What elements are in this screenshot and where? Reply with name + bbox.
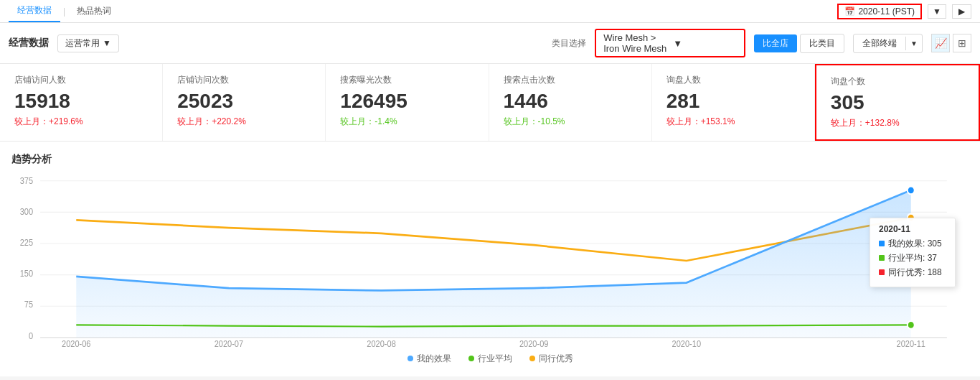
top-nav: 经营数据 | 热品热词 📅 2020-11 (PST) ▼ ▶ xyxy=(0,0,980,23)
date-selector-label: 2020-11 (PST) xyxy=(858,6,915,17)
metric-card-1: 店铺访问次数 25023 较上月：+220.2% xyxy=(163,64,326,141)
chart-tooltip: 2020-11 我的效果: 305 行业平均: 37 同行优秀: 188 xyxy=(870,218,956,287)
legend-dot-peer xyxy=(529,356,535,361)
metric-card-5: 询盘个数 305 较上月：+132.8% xyxy=(815,64,980,141)
category-selector[interactable]: Wire Mesh > Iron Wire Mesh ▼ xyxy=(595,29,745,57)
compare-category-btn[interactable]: 比类目 xyxy=(800,34,844,53)
trend-chart: 375 300 225 150 75 0 2020-06 2020-07 202… xyxy=(11,175,969,347)
date-dropdown-arrow[interactable]: ▼ xyxy=(928,4,946,19)
legend-label-1: 行业平均 xyxy=(478,353,512,365)
nav-item-repinreci[interactable]: 热品热词 xyxy=(68,0,120,22)
line-chart-view-icon[interactable]: 📈 xyxy=(931,34,950,52)
metric-value-4: 281 xyxy=(666,91,800,113)
tooltip-label-1: 行业平均: 37 xyxy=(888,252,937,264)
metric-change-4: 较上月：+153.1% xyxy=(666,116,800,128)
metric-change-5: 较上月：+132.8% xyxy=(831,117,964,129)
metric-label-5: 询盘个数 xyxy=(831,75,964,88)
svg-text:2020-06: 2020-06 xyxy=(62,339,90,346)
tooltip-dot-myeffect xyxy=(879,241,885,246)
svg-text:75: 75 xyxy=(24,300,33,309)
section-title: 经营数据 xyxy=(9,37,49,50)
nav-expand-btn[interactable]: ▶ xyxy=(952,4,971,19)
category-dropdown-icon: ▼ xyxy=(673,38,737,49)
dropdown-arrow-icon: ▼ xyxy=(103,38,111,48)
svg-text:0: 0 xyxy=(29,331,33,340)
tooltip-date: 2020-11 xyxy=(879,224,946,234)
view-icons: 📈 ⊞ xyxy=(931,34,971,52)
tooltip-row-2: 同行优秀: 188 xyxy=(879,267,946,279)
tooltip-row-0: 我的效果: 305 xyxy=(879,238,946,250)
chart-section: 趋势分析 375 300 225 150 75 0 2020-06 2020-0… xyxy=(0,142,980,376)
legend-item-0: 我的效果 xyxy=(407,353,451,365)
legend-dot-industry xyxy=(468,356,474,361)
tooltip-label-2: 同行优秀: 188 xyxy=(888,267,942,279)
legend-label-0: 我的效果 xyxy=(417,353,451,365)
operation-dropdown[interactable]: 运营常用 ▼ xyxy=(57,34,119,52)
chart-legend: 我的效果 行业平均 同行优秀 xyxy=(11,353,969,365)
tooltip-dot-peer xyxy=(879,269,885,275)
svg-text:225: 225 xyxy=(20,238,33,247)
main-header: 经营数据 运营常用 ▼ 类目选择 Wire Mesh > Iron Wire M… xyxy=(0,23,980,64)
metric-label-3: 搜索点击次数 xyxy=(504,74,637,86)
svg-text:2020-08: 2020-08 xyxy=(367,339,395,346)
metric-value-0: 15918 xyxy=(14,91,148,113)
top-nav-right: 📅 2020-11 (PST) ▼ ▶ xyxy=(837,4,971,19)
svg-text:375: 375 xyxy=(20,176,33,185)
svg-point-19 xyxy=(908,186,915,194)
terminal-selector[interactable]: 全部终端 ▼ xyxy=(853,34,923,53)
legend-item-2: 同行优秀 xyxy=(529,353,573,365)
nav-item-jingying[interactable]: 经营数据 xyxy=(9,0,60,22)
metric-card-4: 询盘人数 281 较上月：+153.1% xyxy=(652,64,815,141)
metric-label-1: 店铺访问次数 xyxy=(177,74,311,86)
legend-dot-myeffect xyxy=(407,356,413,361)
metric-change-2: 较上月：-1.4% xyxy=(340,116,473,128)
metric-change-3: 较上月：-10.5% xyxy=(504,116,637,128)
svg-text:2020-09: 2020-09 xyxy=(519,339,548,346)
metric-value-3: 1446 xyxy=(504,91,637,113)
compare-all-btn[interactable]: 比全店 xyxy=(754,34,797,52)
category-value: Wire Mesh > Iron Wire Mesh xyxy=(603,32,667,54)
metric-label-0: 店铺访问人数 xyxy=(14,74,148,86)
svg-text:2020-11: 2020-11 xyxy=(897,339,925,346)
terminal-arrow-icon: ▼ xyxy=(905,37,922,50)
metric-label-4: 询盘人数 xyxy=(666,74,800,86)
calendar-icon: 📅 xyxy=(844,6,855,17)
compare-btn-group: 比全店 比类目 xyxy=(754,34,844,53)
tooltip-row-1: 行业平均: 37 xyxy=(879,252,946,264)
svg-text:2020-10: 2020-10 xyxy=(672,339,701,346)
metric-change-1: 较上月：+220.2% xyxy=(177,116,311,128)
svg-point-20 xyxy=(908,321,915,329)
legend-label-2: 同行优秀 xyxy=(539,353,573,365)
metric-change-0: 较上月：+219.6% xyxy=(14,116,148,128)
chart-container: 375 300 225 150 75 0 2020-06 2020-07 202… xyxy=(11,175,969,347)
category-label: 类目选择 xyxy=(552,37,586,50)
table-view-icon[interactable]: ⊞ xyxy=(953,34,971,52)
svg-text:150: 150 xyxy=(20,269,33,277)
tooltip-label-0: 我的效果: 305 xyxy=(888,238,942,250)
chart-title: 趋势分析 xyxy=(11,153,969,166)
metric-value-5: 305 xyxy=(831,92,964,114)
legend-item-1: 行业平均 xyxy=(468,353,512,365)
metrics-row: 店铺访问人数 15918 较上月：+219.6% 店铺访问次数 25023 较上… xyxy=(0,64,980,142)
svg-text:2020-07: 2020-07 xyxy=(215,339,243,346)
metric-card-2: 搜索曝光次数 126495 较上月：-1.4% xyxy=(326,64,489,141)
metric-label-2: 搜索曝光次数 xyxy=(340,74,473,86)
tooltip-dot-industry xyxy=(879,255,885,261)
svg-text:300: 300 xyxy=(20,207,33,216)
metric-card-3: 搜索点击次数 1446 较上月：-10.5% xyxy=(489,64,652,141)
metric-value-1: 25023 xyxy=(177,91,311,113)
date-selector[interactable]: 📅 2020-11 (PST) xyxy=(837,4,922,19)
metric-value-2: 126495 xyxy=(340,91,473,113)
metric-card-0: 店铺访问人数 15918 较上月：+219.6% xyxy=(0,64,163,141)
